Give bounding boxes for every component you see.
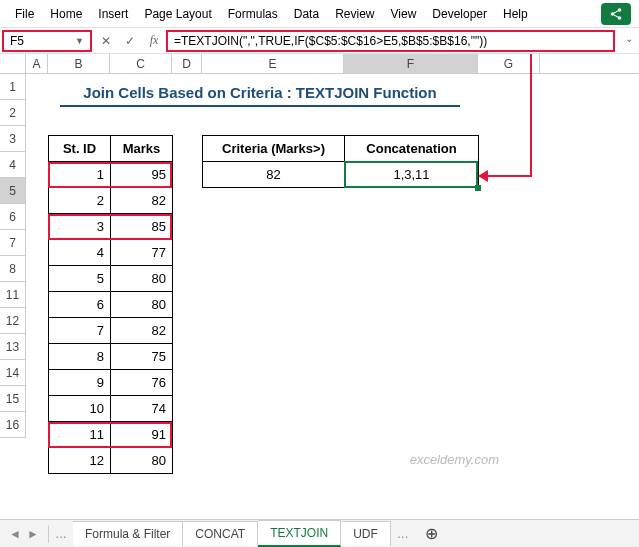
row-header[interactable]: 7 (0, 230, 26, 256)
enter-icon[interactable]: ✓ (118, 34, 142, 48)
row-header[interactable]: 3 (0, 126, 26, 152)
data-table: St. ID Marks 195 282 385 477 580 680 782… (48, 135, 173, 474)
select-all-triangle[interactable] (0, 54, 26, 73)
sheet-tab[interactable]: CONCAT (183, 521, 258, 546)
add-sheet-button[interactable]: ⊕ (415, 524, 448, 543)
sheet-tab-active[interactable]: TEXTJOIN (258, 520, 341, 547)
annotation-arrow (530, 54, 532, 177)
col-stid[interactable]: St. ID (49, 136, 111, 162)
row-header[interactable]: 13 (0, 334, 26, 360)
cancel-icon[interactable]: ✕ (94, 34, 118, 48)
table-row: 1191 (49, 422, 173, 448)
fill-handle[interactable] (475, 185, 481, 191)
row-header[interactable]: 14 (0, 360, 26, 386)
next-sheet-icon[interactable]: ► (27, 527, 39, 541)
table-row: 385 (49, 214, 173, 240)
sheet-tab[interactable]: Formula & Filter (73, 521, 183, 546)
row-header[interactable]: 6 (0, 204, 26, 230)
menu-developer[interactable]: Developer (425, 4, 494, 24)
tab-overflow-icon[interactable]: … (391, 527, 415, 541)
menu-review[interactable]: Review (328, 4, 381, 24)
table-row: 580 (49, 266, 173, 292)
row-header[interactable]: 12 (0, 308, 26, 334)
table-row: 282 (49, 188, 173, 214)
col-header-e[interactable]: E (202, 54, 344, 73)
fx-icon[interactable]: fx (142, 33, 166, 48)
annotation-arrow (485, 175, 532, 177)
row-header[interactable]: 5 (0, 178, 26, 204)
table-row: 976 (49, 370, 173, 396)
row-header[interactable]: 4 (0, 152, 26, 178)
menu-bar: File Home Insert Page Layout Formulas Da… (0, 0, 639, 28)
criteria-table: Criteria (Marks>) Concatenation 82 1,3,1… (202, 135, 479, 188)
spreadsheet-grid: A B C D E F G 1 2 3 4 5 6 7 8 11 12 13 1… (0, 54, 639, 517)
row-header[interactable]: 2 (0, 100, 26, 126)
formula-bar: F5 ▼ ✕ ✓ fx =TEXTJOIN(",",TRUE,IF($C$5:$… (0, 28, 639, 54)
menu-help[interactable]: Help (496, 4, 535, 24)
table-row: 477 (49, 240, 173, 266)
col-header-c[interactable]: C (110, 54, 172, 73)
col-header-d[interactable]: D (172, 54, 202, 73)
share-button[interactable] (601, 3, 631, 25)
name-box[interactable]: F5 ▼ (2, 30, 92, 52)
name-box-value: F5 (10, 34, 24, 48)
column-headers: A B C D E F G (0, 54, 639, 74)
watermark: exceldemy.com (410, 452, 499, 467)
share-icon (609, 7, 623, 21)
col-header-b[interactable]: B (48, 54, 110, 73)
sheet-tab[interactable]: UDF (341, 521, 391, 546)
menu-home[interactable]: Home (43, 4, 89, 24)
row-header[interactable]: 1 (0, 74, 26, 100)
page-title: Join Cells Based on Criteria : TEXTJOIN … (60, 84, 460, 107)
criteria-value[interactable]: 82 (203, 162, 345, 188)
col-marks[interactable]: Marks (111, 136, 173, 162)
row-header[interactable]: 15 (0, 386, 26, 412)
arrow-head-icon (478, 170, 488, 182)
sheet-tab-bar: ◄ ► … Formula & Filter CONCAT TEXTJOIN U… (0, 519, 639, 547)
menu-file[interactable]: File (8, 4, 41, 24)
menu-view[interactable]: View (384, 4, 424, 24)
menu-insert[interactable]: Insert (91, 4, 135, 24)
menu-pagelayout[interactable]: Page Layout (137, 4, 218, 24)
formula-text: =TEXTJOIN(",",TRUE,IF($C$5:$C$16>E5,$B$5… (174, 34, 487, 48)
row-header[interactable]: 16 (0, 412, 26, 438)
table-row: 875 (49, 344, 173, 370)
table-row: 195 (49, 162, 173, 188)
table-row: 1074 (49, 396, 173, 422)
concat-header[interactable]: Concatenation (345, 136, 479, 162)
table-row: 1280 (49, 448, 173, 474)
chevron-down-icon[interactable]: ▼ (75, 36, 84, 46)
col-header-f[interactable]: F (344, 54, 478, 73)
expand-formula-icon[interactable]: ⌄ (625, 33, 633, 44)
prev-sheet-icon[interactable]: ◄ (9, 527, 21, 541)
col-header-a[interactable]: A (26, 54, 48, 73)
row-header[interactable]: 8 (0, 256, 26, 282)
table-row: 782 (49, 318, 173, 344)
menu-formulas[interactable]: Formulas (221, 4, 285, 24)
table-row: 680 (49, 292, 173, 318)
concat-result[interactable]: 1,3,11 (345, 162, 479, 188)
row-header[interactable]: 11 (0, 282, 26, 308)
criteria-header[interactable]: Criteria (Marks>) (203, 136, 345, 162)
formula-input[interactable]: =TEXTJOIN(",",TRUE,IF($C$5:$C$16>E5,$B$5… (166, 30, 615, 52)
menu-data[interactable]: Data (287, 4, 326, 24)
tab-overflow-icon[interactable]: … (49, 527, 73, 541)
